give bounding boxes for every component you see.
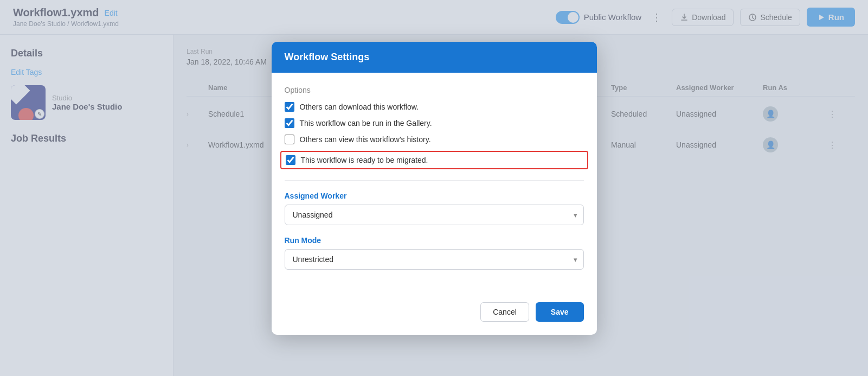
download-label: Download bbox=[692, 13, 725, 22]
details-heading: Details bbox=[11, 48, 162, 59]
more-options-button[interactable]: ⋮ bbox=[648, 9, 665, 26]
checkbox-download[interactable] bbox=[285, 102, 294, 112]
run-button[interactable]: Run bbox=[807, 8, 855, 27]
download-icon bbox=[680, 13, 689, 22]
checkbox-row-download: Others can download this workflow. bbox=[285, 102, 584, 112]
checkbox-gallery-label: This workflow can be run in the Gallery. bbox=[300, 119, 432, 128]
checkbox-download-label: Others can download this workflow. bbox=[300, 103, 419, 111]
workflow-title: Workflow1.yxmd bbox=[13, 7, 99, 19]
toggle-label: Public Workflow bbox=[584, 12, 641, 22]
run-label: Run bbox=[828, 12, 844, 22]
checkbox-gallery[interactable] bbox=[285, 118, 294, 128]
last-run-block: Last Run Jan 18, 2022, 10:46 AM bbox=[187, 48, 267, 66]
assigned-worker-select[interactable]: Unassigned bbox=[285, 205, 584, 225]
col-chevron bbox=[187, 84, 208, 92]
download-button[interactable]: Download bbox=[672, 9, 734, 26]
schedule-label: Schedule bbox=[760, 13, 792, 22]
row-chevron[interactable]: › bbox=[187, 110, 208, 118]
schedule-icon bbox=[748, 13, 757, 22]
checkbox-history-label: Others can view this workflow's history. bbox=[300, 135, 431, 144]
edit-link[interactable]: Edit bbox=[105, 9, 118, 17]
header: Workflow1.yxmd Edit Jane Doe's Studio / … bbox=[0, 0, 868, 35]
public-workflow-toggle[interactable] bbox=[556, 11, 580, 24]
toggle-container: Public Workflow bbox=[556, 11, 641, 24]
col-run-as: Run As bbox=[763, 84, 828, 92]
row-assigned-worker: Unassigned bbox=[676, 110, 763, 118]
modal-footer: Cancel Save bbox=[272, 294, 597, 335]
checkbox-row-migrate: This workflow is ready to be migrated. bbox=[280, 151, 588, 169]
studio-avatar-container: ✎ bbox=[11, 85, 46, 120]
last-run-value: Jan 18, 2022, 10:46 AM bbox=[187, 58, 267, 66]
assigned-worker-label: Assigned Worker bbox=[285, 192, 584, 200]
user-avatar-icon: 👤 bbox=[763, 106, 778, 122]
modal-body: Options Others can download this workflo… bbox=[272, 73, 597, 294]
cancel-button[interactable]: Cancel bbox=[480, 302, 529, 322]
run-icon bbox=[818, 14, 825, 21]
run-mode-select-wrapper: Unrestricted Safe Semi-Safe ▾ bbox=[285, 249, 584, 270]
col-type: Type bbox=[611, 84, 676, 92]
checkbox-row-gallery: This workflow can be run in the Gallery. bbox=[285, 118, 584, 128]
run-mode-select[interactable]: Unrestricted Safe Semi-Safe bbox=[285, 249, 584, 270]
row-run-as: 👤 bbox=[763, 137, 828, 152]
row-assigned-worker: Unassigned bbox=[676, 141, 763, 149]
checkbox-history[interactable] bbox=[285, 135, 294, 144]
job-results-heading: Job Results bbox=[11, 133, 162, 144]
studio-name: Jane Doe's Studio bbox=[52, 102, 122, 111]
sidebar: Details Edit Tags ✎ Studio Jane Doe's St… bbox=[0, 35, 173, 376]
save-button[interactable]: Save bbox=[536, 302, 584, 322]
options-label: Options bbox=[285, 86, 584, 94]
row-run-as: 👤 bbox=[763, 106, 828, 122]
header-title-row: Workflow1.yxmd Edit bbox=[13, 7, 119, 19]
row-actions-button[interactable]: ⋮ bbox=[828, 140, 855, 150]
studio-section-label: Studio bbox=[52, 94, 122, 102]
row-actions-button[interactable]: ⋮ bbox=[828, 109, 855, 119]
studio-info: Studio Jane Doe's Studio bbox=[52, 94, 122, 111]
header-right: Public Workflow ⋮ Download Schedule Run bbox=[556, 8, 855, 27]
edit-tags-link[interactable]: Edit Tags bbox=[11, 68, 162, 77]
row-type: Scheduled bbox=[611, 110, 676, 118]
col-actions bbox=[828, 84, 855, 92]
modal-header: Workflow Settings bbox=[272, 42, 597, 73]
checkbox-migrate-label: This workflow is ready to be migrated. bbox=[301, 156, 428, 164]
studio-row: ✎ Studio Jane Doe's Studio bbox=[11, 85, 162, 120]
header-left: Workflow1.yxmd Edit Jane Doe's Studio / … bbox=[13, 7, 119, 28]
workflow-settings-modal: Workflow Settings Options Others can dow… bbox=[272, 42, 597, 335]
breadcrumb: Jane Doe's Studio / Workflow1.yxmd bbox=[13, 20, 119, 28]
last-run-label: Last Run bbox=[187, 48, 267, 55]
row-type: Manual bbox=[611, 141, 676, 149]
edit-avatar-button[interactable]: ✎ bbox=[35, 109, 44, 119]
modal-title: Workflow Settings bbox=[285, 52, 584, 63]
modal-divider bbox=[285, 180, 584, 181]
checkbox-migrate[interactable] bbox=[286, 155, 295, 165]
run-mode-label: Run Mode bbox=[285, 236, 584, 245]
row-chevron[interactable]: › bbox=[187, 141, 208, 149]
assigned-worker-select-wrapper: Unassigned ▾ bbox=[285, 205, 584, 225]
checkbox-row-history: Others can view this workflow's history. bbox=[285, 135, 584, 144]
user-avatar-icon: 👤 bbox=[763, 137, 778, 152]
col-assigned-worker: Assigned Worker bbox=[676, 84, 763, 92]
schedule-button[interactable]: Schedule bbox=[740, 9, 800, 26]
